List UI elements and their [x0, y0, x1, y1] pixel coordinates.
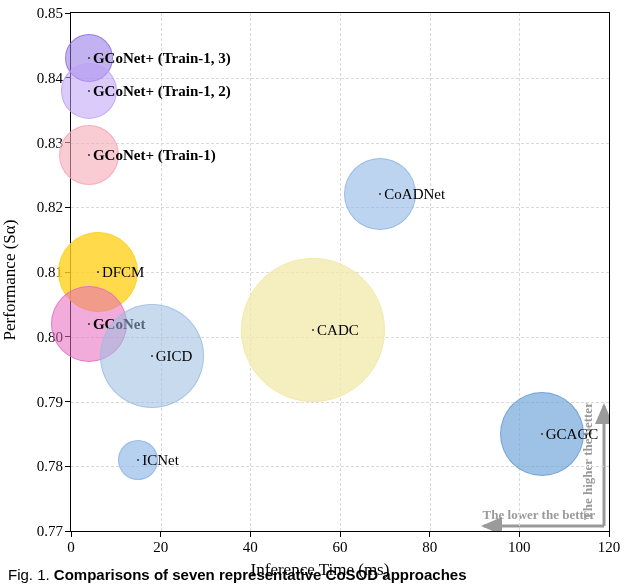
y-tick-label: 0.82 [37, 199, 63, 216]
caption-prefix: Fig. 1. [8, 566, 50, 583]
x-tick-label: 0 [67, 539, 75, 556]
x-tick-label: 60 [333, 539, 348, 556]
figure-caption: Fig. 1. Comparisons of seven representat… [8, 566, 467, 583]
bubble-center-dot [88, 57, 90, 59]
hint-higher: The higher the better [580, 402, 595, 520]
x-tick-label: 100 [508, 539, 531, 556]
bubble-center-dot [541, 433, 543, 435]
y-tick-label: 0.77 [37, 523, 63, 540]
bubble-label: GCAGC [546, 427, 599, 442]
x-tick-label: 120 [598, 539, 621, 556]
y-tick-label: 0.78 [37, 458, 63, 475]
bubble-center-dot [312, 329, 314, 331]
bubble-center-dot [137, 459, 139, 461]
bubble-label: ICNet [142, 453, 179, 468]
bubble-label: DFCM [102, 265, 145, 280]
plot-area: The higher the better The lower the bett… [70, 12, 610, 532]
y-tick-label: 0.85 [37, 5, 63, 22]
bubble-label: GCoNet+ (Train-1, 2) [93, 84, 231, 99]
bubble-center-dot [379, 193, 381, 195]
x-tick-label: 40 [243, 539, 258, 556]
bubble-label: GCoNet+ (Train-1) [93, 148, 216, 163]
y-tick-label: 0.79 [37, 393, 63, 410]
caption-text: Comparisons of seven representative CoSO… [54, 566, 467, 583]
hint-lower: The lower the better [483, 507, 596, 522]
x-tick-label: 80 [422, 539, 437, 556]
x-tick-label: 20 [153, 539, 168, 556]
bubble-center-dot [97, 271, 99, 273]
y-axis-label: Performance (Sα) [0, 220, 20, 341]
bubble-center-dot [151, 355, 153, 357]
y-tick-label: 0.84 [37, 69, 63, 86]
bubble-center-dot [88, 154, 90, 156]
bubble-label: GCoNet+ (Train-1, 3) [93, 51, 231, 66]
bubble-label: CoADNet [384, 187, 445, 202]
bubble-label: CADC [317, 323, 359, 338]
bubble-center-dot [88, 90, 90, 92]
bubble-center-dot [88, 323, 90, 325]
bubble-label: GICD [156, 349, 193, 364]
